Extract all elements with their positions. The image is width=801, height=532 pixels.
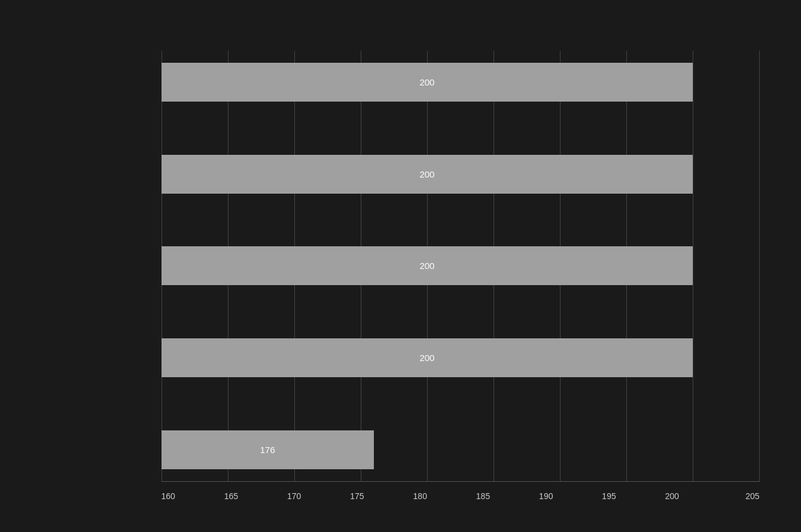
x-tick-2: 170 [287,487,350,501]
bar-group-4: 200 [162,243,760,288]
x-tick-5: 185 [476,487,539,501]
bar-value-8: 176 [260,445,275,455]
y-label-digital [42,399,162,477]
bar-group-8: 176 [162,427,760,472]
bar-value-6: 200 [419,353,434,363]
x-axis: 160165170175180185190195200205 [162,481,760,511]
chart-container: 200200200200176 160165170175180185190195… [42,21,760,511]
bar-group-1 [162,116,760,140]
chart-body: 200200200200176 160165170175180185190195… [42,51,760,511]
chart-title [42,21,760,51]
y-axis-labels [42,51,162,511]
x-tick-3: 175 [350,487,413,501]
x-tick-1: 165 [224,487,287,501]
bars-container: 200200200200176 [162,51,760,481]
x-tick-9: 205 [728,487,760,501]
grid-and-bars: 200200200200176 [162,51,760,481]
y-label-falcon [42,313,162,391]
bar-group-2: 200 [162,152,760,197]
bar-6: 200 [162,338,693,377]
bar-8: 176 [162,430,374,469]
bar-2: 200 [162,155,693,194]
bar-group-3 [162,208,760,232]
y-label-origin [42,227,162,305]
x-tick-8: 200 [665,487,728,501]
bar-group-5 [162,300,760,324]
x-tick-7: 195 [602,487,665,501]
bar-group-7 [162,392,760,416]
bar-4: 200 [162,246,693,285]
bar-value-4: 200 [419,261,434,271]
bar-0: 200 [162,63,693,102]
chart-plot: 200200200200176 160165170175180185190195… [162,51,760,511]
y-label-1 [42,55,162,133]
x-tick-6: 190 [539,487,602,501]
bar-group-0: 200 [162,60,760,105]
x-tick-0: 160 [162,487,224,501]
y-label-maingear [42,141,162,219]
bar-value-2: 200 [419,169,434,179]
x-tick-4: 180 [413,487,476,501]
bar-value-0: 200 [419,77,434,87]
bar-group-6: 200 [162,335,760,380]
